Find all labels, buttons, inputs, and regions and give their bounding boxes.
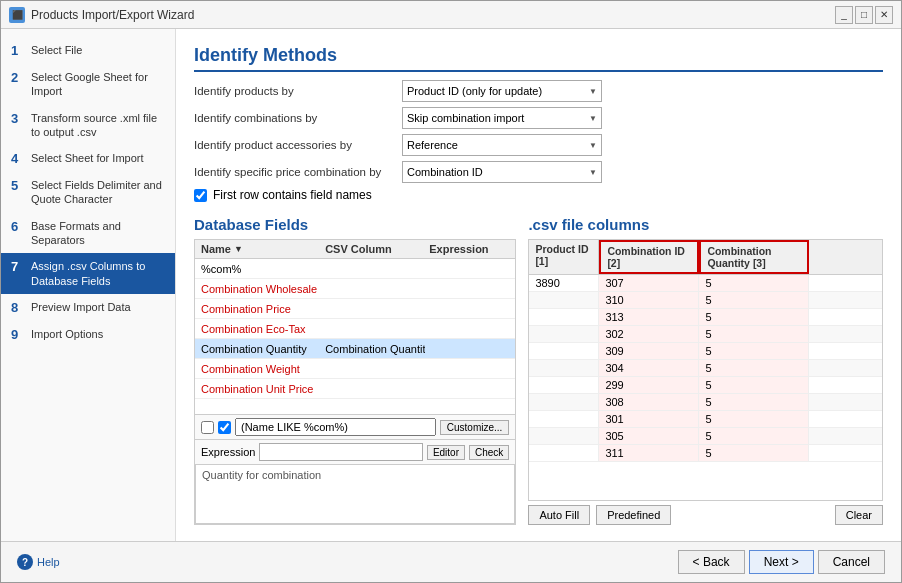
- db-row[interactable]: %com%: [195, 259, 515, 279]
- sidebar-item-5[interactable]: 5Select Fields Delimiter and Quote Chara…: [1, 172, 175, 213]
- filter-checkbox-x[interactable]: [201, 421, 214, 434]
- identify-row-3: Identify product accessories by Referenc…: [194, 134, 883, 156]
- identify-row-4: Identify specific price combination by C…: [194, 161, 883, 183]
- csv-cell-product: [529, 377, 599, 393]
- csv-row[interactable]: 3055: [529, 428, 882, 445]
- csv-th-comboid: Combination ID [2]: [599, 240, 699, 274]
- title-bar-controls: _ □ ✕: [835, 6, 893, 24]
- csv-row[interactable]: 3115: [529, 445, 882, 462]
- csv-row[interactable]: 3095: [529, 343, 882, 360]
- csv-cell-product: [529, 428, 599, 444]
- check-button[interactable]: Check: [469, 445, 509, 460]
- close-button[interactable]: ✕: [875, 6, 893, 24]
- help-link[interactable]: ? Help: [17, 554, 60, 570]
- minimize-button[interactable]: _: [835, 6, 853, 24]
- content-area: 1Select File2Select Google Sheet for Imp…: [1, 29, 901, 541]
- sidebar-label-4: Select Sheet for Import: [31, 151, 144, 165]
- editor-button[interactable]: Editor: [427, 445, 465, 460]
- csv-cell-comboid: 313: [599, 309, 699, 325]
- first-row-label: First row contains field names: [213, 188, 372, 202]
- csv-cell-comboid: 309: [599, 343, 699, 359]
- db-fields-panel: Database Fields Name ▼ CSV Column Expres…: [194, 216, 516, 525]
- main-window: ⬛ Products Import/Export Wizard _ □ ✕ 1S…: [0, 0, 902, 583]
- filter-checkbox-check[interactable]: [218, 421, 231, 434]
- identify-label-3: Identify product accessories by: [194, 139, 394, 151]
- csv-cell-combqty: 5: [699, 275, 809, 291]
- customize-button[interactable]: Customize...: [440, 420, 510, 435]
- db-cell-csv: Combination Quantit: [325, 343, 425, 355]
- csv-table-header: Product ID [1] Combination ID [2] Combin…: [529, 240, 882, 275]
- csv-cell-comboid: 308: [599, 394, 699, 410]
- csv-buttons: Auto Fill Predefined Clear: [528, 505, 883, 525]
- db-row[interactable]: Combination QuantityCombination Quantit: [195, 339, 515, 359]
- db-row[interactable]: Combination Unit Price: [195, 379, 515, 399]
- first-row-checkbox[interactable]: [194, 189, 207, 202]
- sidebar-item-2[interactable]: 2Select Google Sheet for Import: [1, 64, 175, 105]
- sidebar-item-9[interactable]: 9Import Options: [1, 321, 175, 348]
- csv-cell-product: [529, 394, 599, 410]
- csv-row[interactable]: 3025: [529, 326, 882, 343]
- csv-row[interactable]: 3135: [529, 309, 882, 326]
- back-button[interactable]: < Back: [678, 550, 745, 574]
- sidebar-item-3[interactable]: 3Transform source .xml file to output .c…: [1, 105, 175, 146]
- identify-row-2: Identify combinations by Skip combinatio…: [194, 107, 883, 129]
- sidebar-item-4[interactable]: 4Select Sheet for Import: [1, 145, 175, 172]
- csv-cell-combqty: 5: [699, 360, 809, 376]
- db-row[interactable]: Combination Weight: [195, 359, 515, 379]
- csv-row[interactable]: 3045: [529, 360, 882, 377]
- csv-cell-product: [529, 343, 599, 359]
- db-table-body: %com%Combination WholesaleCombination Pr…: [195, 259, 515, 414]
- predefined-button[interactable]: Predefined: [596, 505, 671, 525]
- csv-cell-product: [529, 326, 599, 342]
- csv-row[interactable]: 3085: [529, 394, 882, 411]
- cancel-button[interactable]: Cancel: [818, 550, 885, 574]
- db-table-header: Name ▼ CSV Column Expression: [195, 240, 515, 259]
- sidebar-label-2: Select Google Sheet for Import: [31, 70, 165, 99]
- sidebar-item-8[interactable]: 8Preview Import Data: [1, 294, 175, 321]
- identify-products-select[interactable]: Product ID (only for update): [402, 80, 602, 102]
- db-row[interactable]: Combination Eco-Tax: [195, 319, 515, 339]
- csv-cell-product: [529, 411, 599, 427]
- auto-fill-button[interactable]: Auto Fill: [528, 505, 590, 525]
- expression-input[interactable]: [259, 443, 422, 461]
- title-bar-left: ⬛ Products Import/Export Wizard: [9, 7, 194, 23]
- csv-cell-combqty: 5: [699, 309, 809, 325]
- csv-row[interactable]: 3015: [529, 411, 882, 428]
- sidebar-num-8: 8: [11, 300, 25, 315]
- identify-specific-select[interactable]: Combination ID: [402, 161, 602, 183]
- csv-row[interactable]: 2995: [529, 377, 882, 394]
- maximize-button[interactable]: □: [855, 6, 873, 24]
- identify-combinations-select[interactable]: Skip combination import: [402, 107, 602, 129]
- sidebar-item-6[interactable]: 6Base Formats and Separators: [1, 213, 175, 254]
- filter-text-input[interactable]: [235, 418, 436, 436]
- sidebar-item-1[interactable]: 1Select File: [1, 37, 175, 64]
- identify-accessories-select[interactable]: Reference: [402, 134, 602, 156]
- csv-cell-comboid: 302: [599, 326, 699, 342]
- sidebar-num-5: 5: [11, 178, 25, 193]
- sidebar-label-8: Preview Import Data: [31, 300, 131, 314]
- csv-body: 3890307531053135302530953045299530853015…: [529, 275, 882, 500]
- db-cell-name: Combination Wholesale: [201, 283, 321, 295]
- sidebar-num-2: 2: [11, 70, 25, 85]
- help-icon: ?: [17, 554, 33, 570]
- sidebar-label-6: Base Formats and Separators: [31, 219, 165, 248]
- csv-cell-combqty: 5: [699, 377, 809, 393]
- next-button[interactable]: Next >: [749, 550, 814, 574]
- sidebar-num-4: 4: [11, 151, 25, 166]
- csv-title: .csv file columns: [528, 216, 883, 233]
- csv-cell-product: [529, 309, 599, 325]
- identify-label-4: Identify specific price combination by: [194, 166, 394, 178]
- db-row[interactable]: Combination Price: [195, 299, 515, 319]
- db-row[interactable]: Combination Wholesale: [195, 279, 515, 299]
- csv-row[interactable]: 3105: [529, 292, 882, 309]
- db-cell-name: %com%: [201, 263, 321, 275]
- th-name: Name ▼: [201, 243, 321, 255]
- csv-cell-comboid: 301: [599, 411, 699, 427]
- csv-row[interactable]: 38903075: [529, 275, 882, 292]
- clear-button[interactable]: Clear: [835, 505, 883, 525]
- sidebar-item-7[interactable]: 7Assign .csv Columns to Database Fields: [1, 253, 175, 294]
- two-panels: Database Fields Name ▼ CSV Column Expres…: [194, 216, 883, 525]
- identify-title: Identify Methods: [194, 45, 883, 72]
- sidebar-label-1: Select File: [31, 43, 82, 57]
- filter-row: Customize...: [195, 414, 515, 439]
